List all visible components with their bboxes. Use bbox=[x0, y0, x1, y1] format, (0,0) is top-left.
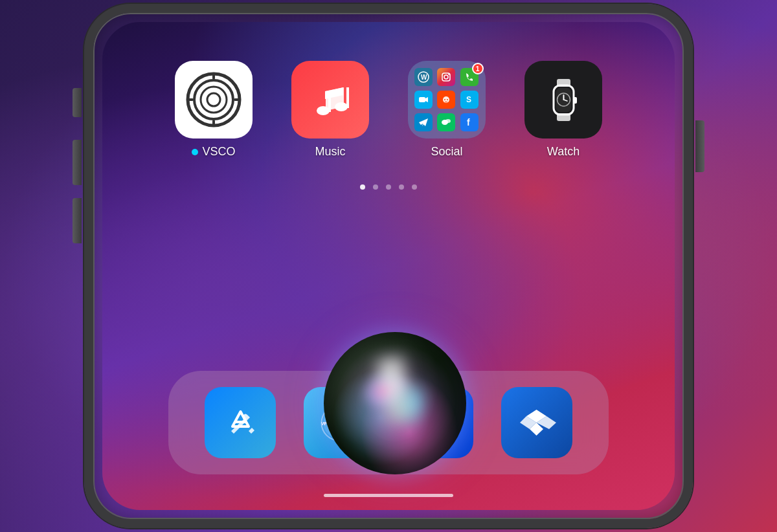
svg-rect-11 bbox=[346, 87, 349, 108]
svg-rect-28 bbox=[557, 79, 570, 87]
svg-rect-17 bbox=[419, 97, 425, 102]
page-dot-5 bbox=[412, 184, 417, 190]
app-music[interactable]: Music bbox=[285, 61, 376, 159]
social-folder-icon: W 1 bbox=[408, 61, 486, 139]
svg-point-21 bbox=[447, 99, 448, 100]
social-mini-skype: S bbox=[460, 91, 479, 109]
vsco-label-container: VSCO bbox=[192, 145, 235, 159]
power-button[interactable] bbox=[695, 120, 704, 172]
music-logo-svg bbox=[308, 77, 353, 122]
app-vsco[interactable]: VSCO bbox=[168, 61, 259, 159]
phone-container: VSCO bbox=[0, 0, 777, 532]
page-dot-4 bbox=[399, 184, 404, 190]
dock-appstore[interactable] bbox=[205, 387, 276, 458]
music-label: Music bbox=[315, 145, 345, 159]
svg-rect-27 bbox=[573, 97, 577, 104]
watch-icon bbox=[524, 61, 602, 139]
phone-frame: VSCO bbox=[84, 4, 693, 528]
social-mini-wp: W bbox=[414, 68, 433, 86]
dropbox-svg bbox=[515, 402, 557, 444]
vsco-logo-svg bbox=[185, 71, 243, 129]
social-mini-wechat bbox=[437, 113, 455, 131]
svg-point-15 bbox=[444, 75, 448, 79]
appstore-svg bbox=[220, 402, 262, 444]
svg-rect-10 bbox=[328, 91, 331, 112]
svg-point-3 bbox=[207, 93, 220, 106]
appstore-icon bbox=[205, 387, 276, 458]
home-indicator[interactable] bbox=[324, 494, 453, 497]
page-dot-2 bbox=[373, 184, 378, 190]
social-label: Social bbox=[431, 145, 462, 159]
social-mini-reddit bbox=[437, 91, 455, 109]
phone-screen: VSCO bbox=[102, 22, 675, 510]
mute-switch[interactable] bbox=[73, 88, 82, 117]
social-mini-telegram bbox=[414, 113, 433, 131]
watch-label: Watch bbox=[547, 145, 580, 159]
svg-text:S: S bbox=[466, 95, 471, 104]
svg-point-9 bbox=[335, 102, 348, 111]
vsco-label: VSCO bbox=[202, 145, 235, 159]
siri-sphere bbox=[324, 332, 466, 474]
dropbox-icon bbox=[501, 387, 572, 458]
svg-text:f: f bbox=[467, 117, 470, 127]
page-dots bbox=[360, 184, 417, 190]
svg-point-24 bbox=[445, 119, 451, 123]
svg-text:W: W bbox=[421, 74, 427, 81]
social-mini-instagram bbox=[437, 68, 455, 86]
app-grid: VSCO bbox=[142, 61, 635, 159]
svg-point-8 bbox=[317, 106, 330, 115]
svg-point-2 bbox=[201, 87, 227, 113]
svg-point-20 bbox=[444, 99, 445, 100]
siri-orb[interactable] bbox=[324, 332, 466, 474]
app-watch[interactable]: Watch bbox=[518, 61, 609, 159]
volume-down-button[interactable] bbox=[73, 198, 82, 243]
watch-logo-svg bbox=[539, 72, 588, 127]
svg-rect-29 bbox=[557, 113, 570, 121]
dock-dropbox[interactable] bbox=[501, 387, 572, 458]
phone-bezel: VSCO bbox=[84, 4, 693, 528]
social-badge: 1 bbox=[472, 63, 484, 74]
music-icon bbox=[291, 61, 369, 139]
vsco-dot bbox=[192, 149, 198, 155]
svg-point-16 bbox=[448, 74, 449, 75]
social-mini-phone: 1 bbox=[460, 68, 479, 86]
vsco-icon bbox=[175, 61, 253, 139]
app-social[interactable]: W 1 bbox=[401, 61, 492, 159]
social-mini-facebook: f bbox=[460, 113, 479, 131]
social-mini-facetime bbox=[414, 91, 433, 109]
siri-glow bbox=[377, 356, 414, 424]
page-dot-3 bbox=[386, 184, 391, 190]
volume-up-button[interactable] bbox=[73, 140, 82, 185]
page-dot-1 bbox=[360, 184, 365, 190]
